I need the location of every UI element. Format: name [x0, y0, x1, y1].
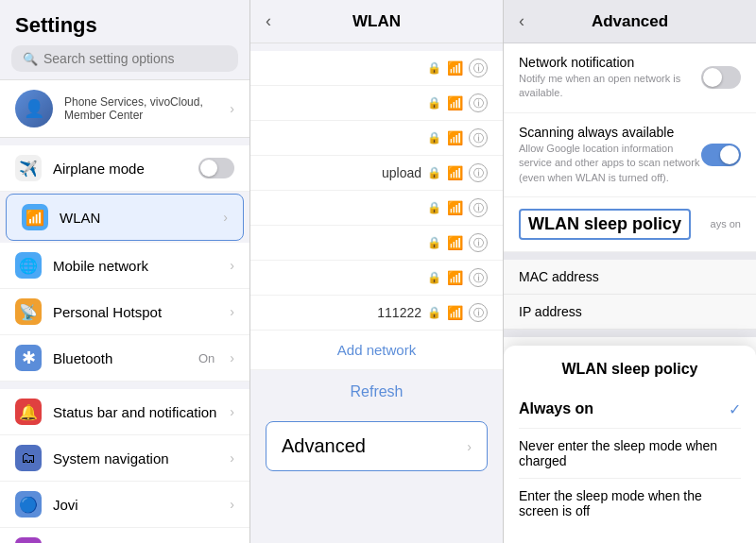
info-icon[interactable]: ⓘ — [469, 303, 488, 322]
info-icon[interactable]: ⓘ — [469, 93, 488, 112]
advanced-back-button[interactable]: ‹ — [519, 11, 524, 31]
jovi-label: Jovi — [53, 497, 218, 513]
adv-item-notification[interactable]: Network notification Notify me when an o… — [504, 43, 756, 113]
separator — [504, 252, 756, 260]
separator — [0, 382, 249, 389]
wlan-panel: ‹ WLAN 🔒 📶 ⓘ 🔒 📶 ⓘ 🔒 📶 ⓘ upload 🔒 📶 ⓘ 🔒 — [250, 0, 504, 543]
advanced-button[interactable]: Advanced › — [266, 421, 488, 471]
chevron-right-icon: › — [467, 439, 472, 454]
sleep-option-never-sleep[interactable]: Never enter the sleep mode when charged — [519, 429, 741, 479]
chevron-right-icon: › — [230, 497, 234, 512]
wifi-signal-icon: 📶 — [447, 95, 463, 110]
notification-title: Network notification — [519, 55, 701, 70]
lock-icon: 🔒 — [427, 166, 441, 179]
settings-item-jovi[interactable]: 🔵 Jovi › — [0, 482, 249, 528]
separator — [504, 330, 756, 337]
jovi-icon: 🔵 — [15, 491, 42, 518]
wlan-label: WLAN — [60, 210, 212, 226]
search-icon: 🔍 — [23, 52, 38, 66]
game-icon: 🎮 — [15, 537, 42, 543]
check-icon: ✓ — [729, 400, 741, 418]
sleep-policy-title: WLAN sleep policy — [519, 209, 691, 240]
info-icon[interactable]: ⓘ — [469, 198, 488, 217]
statusbar-label: Status bar and notification — [53, 404, 218, 420]
chevron-right-icon: › — [230, 258, 234, 273]
scanning-toggle[interactable] — [701, 144, 741, 166]
wlan-network-row[interactable]: 🔒 📶 ⓘ — [250, 191, 503, 226]
adv-item-ip: IP address — [504, 295, 756, 330]
info-icon[interactable]: ⓘ — [469, 268, 488, 287]
wifi-signal-icon: 📶 — [447, 130, 463, 145]
navigation-label: System navigation — [53, 450, 218, 467]
lock-icon: 🔒 — [427, 96, 441, 110]
advanced-header: ‹ Advanced — [504, 0, 756, 43]
statusbar-icon: 🔔 — [15, 399, 42, 425]
airplane-label: Airplane mode — [53, 161, 187, 177]
mobile-label: Mobile network — [53, 258, 218, 274]
wlan-network-row[interactable]: 🔒 📶 ⓘ — [250, 51, 503, 86]
sleep-policy-modal: WLAN sleep policy Always on ✓ Never ente… — [504, 346, 756, 543]
ip-title: IP address — [519, 304, 582, 319]
chevron-right-icon: › — [230, 350, 234, 365]
wlan-network-row[interactable]: 🔒 📶 ⓘ — [250, 226, 503, 261]
wifi-signal-icon: 📶 — [447, 305, 463, 320]
refresh-button[interactable]: Refresh — [250, 370, 503, 414]
scanning-desc: Allow Google location information servic… — [519, 142, 701, 185]
settings-panel: Settings 🔍 👤 Phone Services, vivoCloud, … — [0, 0, 250, 543]
scanning-title: Scanning always available — [519, 125, 701, 140]
adv-item-scanning[interactable]: Scanning always available Allow Google l… — [504, 113, 756, 197]
wifi-signal-icon: 📶 — [447, 270, 463, 285]
chevron-right-icon: › — [230, 304, 234, 319]
wifi-signal-icon: 📶 — [447, 60, 463, 76]
settings-item-bluetooth[interactable]: ✱ Bluetooth On › — [0, 335, 249, 382]
profile-text: Phone Services, vivoCloud, Member Center — [64, 95, 218, 122]
profile-row[interactable]: 👤 Phone Services, vivoCloud, Member Cent… — [0, 79, 249, 138]
airplane-icon: ✈️ — [15, 155, 42, 181]
airplane-toggle[interactable] — [198, 158, 234, 178]
bluetooth-icon: ✱ — [15, 345, 42, 371]
sleep-option-screen-off[interactable]: Enter the sleep mode when the screen is … — [519, 479, 741, 528]
wlan-network-row[interactable]: 🔒 📶 ⓘ — [250, 86, 503, 121]
sleep-option-label: Enter the sleep mode when the screen is … — [519, 488, 741, 518]
lock-icon: 🔒 — [427, 306, 441, 319]
info-icon[interactable]: ⓘ — [469, 128, 488, 147]
wlan-back-button[interactable]: ‹ — [266, 11, 271, 31]
adv-item-sleep-policy[interactable]: WLAN sleep policy ays on — [504, 197, 756, 252]
sleep-option-always-on[interactable]: Always on ✓ — [519, 391, 741, 429]
wlan-network-row[interactable]: 🔒 📶 ⓘ — [250, 121, 503, 156]
settings-list: ✈️ Airplane mode 📶 WLAN › 🌐 Mobile netwo… — [0, 145, 249, 543]
settings-item-airplane[interactable]: ✈️ Airplane mode — [0, 145, 249, 192]
adv-item-mac: MAC address — [504, 260, 756, 295]
chevron-right-icon: › — [223, 210, 228, 225]
wlan-icon: 📶 — [22, 204, 48, 230]
mac-title: MAC address — [519, 269, 599, 284]
wlan-network-row[interactable]: 🔒 📶 ⓘ — [250, 261, 503, 296]
info-icon[interactable]: ⓘ — [469, 233, 488, 252]
wifi-signal-icon: 📶 — [447, 165, 463, 180]
search-bar[interactable]: 🔍 — [11, 45, 238, 72]
sleep-modal-title: WLAN sleep policy — [519, 361, 741, 378]
chevron-right-icon: › — [230, 450, 234, 466]
settings-item-statusbar[interactable]: 🔔 Status bar and notification › — [0, 389, 249, 435]
info-icon[interactable]: ⓘ — [469, 163, 488, 182]
settings-item-hotspot[interactable]: 📡 Personal Hotspot › — [0, 289, 249, 335]
add-network-button[interactable]: Add network — [250, 331, 503, 370]
settings-item-mobile[interactable]: 🌐 Mobile network › — [0, 243, 249, 289]
avatar: 👤 — [15, 90, 53, 127]
settings-item-wlan[interactable]: 📶 WLAN › — [6, 194, 244, 241]
lock-icon: 🔒 — [427, 201, 441, 214]
wlan-network-111222-row[interactable]: 111222 🔒 📶 ⓘ — [250, 296, 503, 331]
wlan-title: WLAN — [352, 12, 401, 31]
sleep-option-label: Never enter the sleep mode when charged — [519, 438, 741, 468]
search-input[interactable] — [43, 51, 227, 66]
wifi-signal-icon: 📶 — [447, 200, 463, 215]
settings-item-navigation[interactable]: 🗂 System navigation › — [0, 435, 249, 482]
notification-toggle[interactable] — [701, 66, 741, 89]
info-icon[interactable]: ⓘ — [469, 59, 488, 77]
network-name: upload — [266, 165, 421, 180]
wlan-network-upload-row[interactable]: upload 🔒 📶 ⓘ — [250, 156, 503, 191]
settings-title: Settings — [0, 0, 249, 45]
settings-item-game[interactable]: 🎮 Ultra Game Mode › — [0, 528, 249, 543]
mobile-icon: 🌐 — [15, 252, 42, 279]
hotspot-label: Personal Hotspot — [53, 304, 218, 320]
